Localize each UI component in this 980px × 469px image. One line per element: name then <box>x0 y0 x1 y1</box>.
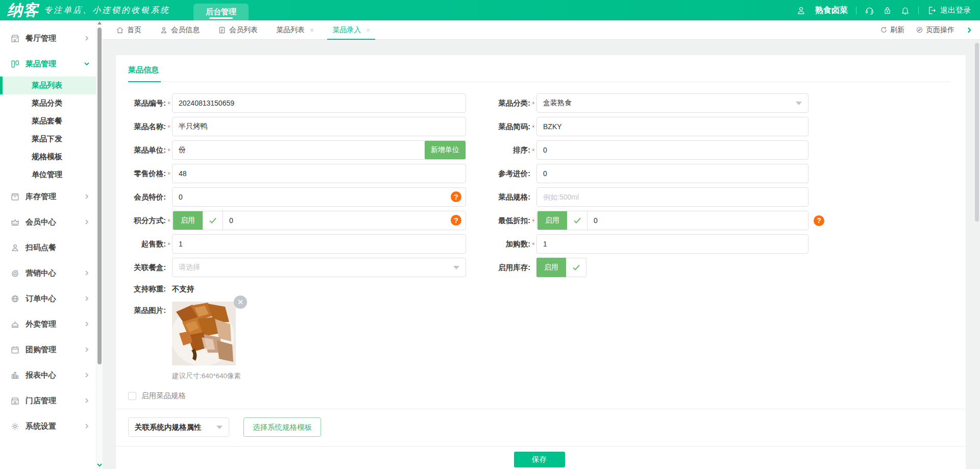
add-qty-label: 加购数: <box>485 239 530 249</box>
tab-dish-entry[interactable]: 菜品录入 × <box>332 20 370 40</box>
sidebar-subitem-dish-dispatch[interactable]: 菜品下发 <box>0 130 96 148</box>
min-sale-input[interactable] <box>172 234 466 254</box>
help-icon[interactable]: ? <box>451 215 461 226</box>
points-enabled-check[interactable] <box>203 211 223 230</box>
sidebar-item-label: 系统设置 <box>26 422 56 431</box>
chevron-right-icon <box>84 295 90 302</box>
dish-photo-container: ✕ <box>172 302 241 365</box>
page-operations-label: 页面操作 <box>926 26 954 35</box>
logout-button[interactable]: 退出登录 <box>927 6 971 15</box>
sidebar-item-restaurant[interactable]: 餐厅管理 <box>0 26 96 51</box>
dish-image-label: 菜品图片: <box>128 302 166 315</box>
sort-input[interactable] <box>536 140 808 160</box>
sidebar-item-dishes[interactable]: 菜品管理 <box>0 51 96 77</box>
sidebar-item-label: 报表中心 <box>26 371 56 380</box>
add-unit-button[interactable]: 新增单位 <box>425 141 465 159</box>
points-enable-button[interactable]: 启用 <box>173 211 203 230</box>
lock-icon[interactable] <box>883 6 892 15</box>
save-row: 保存 <box>128 447 950 467</box>
min-discount-enable-button[interactable]: 启用 <box>537 211 567 230</box>
close-icon[interactable]: × <box>366 26 370 34</box>
sidebar-subitem-dish-combo[interactable]: 菜品套餐 <box>0 112 96 130</box>
page-scrollbar[interactable] <box>974 43 979 469</box>
sidebar-scrollbar[interactable] <box>96 20 103 469</box>
main-area: 首页 会员信息 会员列表 菜品列表 × 菜品录入 × <box>103 20 980 469</box>
points-value-input[interactable] <box>223 212 465 229</box>
page-tabbar: 首页 会员信息 会员列表 菜品列表 × 菜品录入 × <box>103 20 980 40</box>
sidebar-subitem-dish-list[interactable]: 菜品列表 <box>0 77 96 94</box>
header-right-area: 熟食卤菜 退出登录 <box>796 5 971 16</box>
scrollbar-thumb[interactable] <box>97 28 102 364</box>
refresh-icon <box>880 26 888 34</box>
tab-dish-list[interactable]: 菜品列表 × <box>276 20 314 40</box>
dish-category-select[interactable]: 盒装熟食 <box>536 93 808 113</box>
points-mode-control: 启用 <box>172 211 466 230</box>
refresh-label: 刷新 <box>890 26 904 35</box>
admin-nav-tab[interactable]: 后台管理 <box>193 4 249 20</box>
required-mark: * <box>530 239 536 249</box>
scroll-up-arrow-icon[interactable] <box>97 21 102 24</box>
dish-unit-input[interactable] <box>172 140 466 160</box>
sidebar-subitem-dish-category[interactable]: 菜品分类 <box>0 94 96 112</box>
link-box-select[interactable]: 请选择 <box>172 258 466 277</box>
sidebar-item-label: 团购管理 <box>26 345 56 355</box>
min-discount-enabled-check[interactable] <box>567 211 587 230</box>
caret-down-icon <box>453 266 459 269</box>
enable-spec-checkbox[interactable] <box>128 392 136 400</box>
headset-icon[interactable] <box>865 6 874 15</box>
sidebar-item-reports[interactable]: 报表中心 <box>0 362 96 388</box>
chevron-right-icon <box>84 423 90 429</box>
header-divider <box>918 7 919 14</box>
sidebar-subitem-label: 规格模板 <box>32 152 62 162</box>
sidebar-item-inventory[interactable]: 库存管理 <box>0 184 96 209</box>
brand-logo: 纳客 <box>7 0 39 20</box>
scroll-down-chevron-icon[interactable] <box>96 462 103 468</box>
scrollbar-thumb[interactable] <box>975 43 979 221</box>
tab-member-info[interactable]: 会员信息 <box>160 20 200 40</box>
enable-stock-check[interactable] <box>566 258 586 277</box>
page-operations-icon <box>916 26 923 34</box>
choose-spec-template-button[interactable]: 选择系统规格模板 <box>243 417 321 437</box>
sidebar-subitem-spec-template[interactable]: 规格模板 <box>0 148 96 166</box>
retail-price-input[interactable] <box>172 164 466 183</box>
tab-member-list[interactable]: 会员列表 <box>218 20 258 40</box>
help-icon[interactable]: ? <box>814 215 824 226</box>
member-price-input[interactable] <box>172 187 466 207</box>
sidebar-item-marketing[interactable]: 营销中心 <box>0 260 96 286</box>
sidebar-subitem-unit-management[interactable]: 单位管理 <box>0 166 96 184</box>
help-icon[interactable]: ? <box>451 191 461 202</box>
dish-spec-input[interactable] <box>536 187 808 207</box>
sidebar-item-takeout[interactable]: 外卖管理 <box>0 311 96 337</box>
sidebar-item-stores[interactable]: 门店管理 <box>0 388 96 413</box>
spec-attribute-select[interactable]: 关联系统内规格属性 <box>128 417 229 437</box>
sidebar-item-order-center[interactable]: 订单中心 <box>0 286 96 311</box>
close-icon[interactable]: × <box>310 26 314 34</box>
min-discount-value-input[interactable] <box>587 212 808 229</box>
sidebar-item-settings[interactable]: 系统设置 <box>0 413 96 439</box>
tab-dish-info-section[interactable]: 菜品信息 <box>128 65 159 75</box>
tab-home[interactable]: 首页 <box>116 20 141 40</box>
bell-icon[interactable] <box>900 6 910 15</box>
weighing-value: 不支持 <box>172 284 194 294</box>
enable-stock-button[interactable]: 启用 <box>536 258 566 277</box>
sidebar-item-groupbuy[interactable]: 团购管理 <box>0 337 96 362</box>
required-mark: * <box>166 239 172 249</box>
dish-shortcode-input[interactable] <box>536 117 808 136</box>
caret-down-icon <box>796 102 802 105</box>
remove-image-button[interactable]: ✕ <box>234 295 247 309</box>
page-operations-button[interactable]: 页面操作 <box>916 26 954 35</box>
sidebar-item-scan-order[interactable]: 扫码点餐 <box>0 235 96 260</box>
dish-unit-label: 菜品单位: <box>128 145 166 155</box>
dish-name-input[interactable] <box>172 117 466 136</box>
dish-code-input[interactable] <box>172 93 466 113</box>
add-qty-input[interactable] <box>536 234 808 254</box>
save-button[interactable]: 保存 <box>514 452 565 467</box>
expand-chevron-icon[interactable] <box>966 27 973 34</box>
user-icon <box>160 26 168 34</box>
ref-price-input[interactable] <box>536 164 808 183</box>
content-area: 菜品信息 菜品编号: * 菜品分类: * <box>103 40 980 469</box>
sidebar-item-member-center[interactable]: 会员中心 <box>0 209 96 235</box>
refresh-button[interactable]: 刷新 <box>880 26 904 35</box>
required-mark: * <box>166 168 172 179</box>
weighing-label: 支持称重: <box>128 284 166 294</box>
